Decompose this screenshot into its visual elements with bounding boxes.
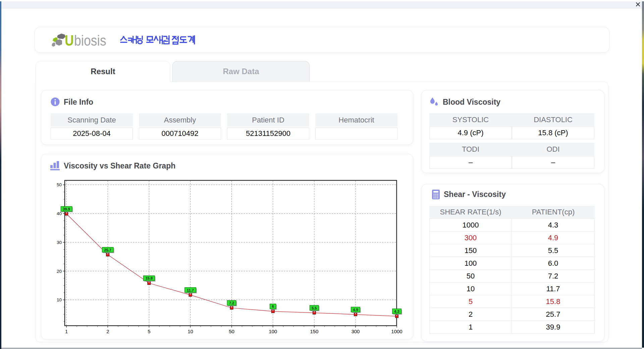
svg-text:4.3: 4.3: [394, 309, 399, 313]
svg-text:5: 5: [148, 329, 150, 334]
svg-text:5.5: 5.5: [312, 306, 317, 310]
svg-text:20: 20: [57, 269, 62, 274]
svg-text:30: 30: [57, 240, 62, 245]
svg-text:1000: 1000: [391, 329, 402, 334]
svg-text:10: 10: [187, 329, 193, 334]
svg-text:U: U: [65, 32, 74, 49]
svg-text:39.9: 39.9: [63, 207, 70, 211]
svg-text:100: 100: [269, 329, 277, 334]
svg-text:2: 2: [106, 329, 109, 334]
svg-text:1: 1: [65, 329, 68, 334]
svg-text:40: 40: [57, 211, 62, 216]
svg-text:biosis: biosis: [74, 32, 106, 49]
svg-text:150: 150: [310, 329, 318, 334]
svg-text:50: 50: [57, 182, 62, 187]
svg-text:10: 10: [57, 297, 62, 302]
svg-text:7.2: 7.2: [229, 301, 234, 305]
svg-text:11.7: 11.7: [187, 288, 194, 292]
svg-text:15.8: 15.8: [146, 276, 153, 280]
svg-text:50: 50: [229, 329, 234, 334]
svg-text:6: 6: [272, 304, 274, 308]
svg-text:4.9: 4.9: [353, 308, 358, 312]
svg-text:300: 300: [351, 329, 360, 334]
svg-text:25.7: 25.7: [104, 248, 111, 252]
